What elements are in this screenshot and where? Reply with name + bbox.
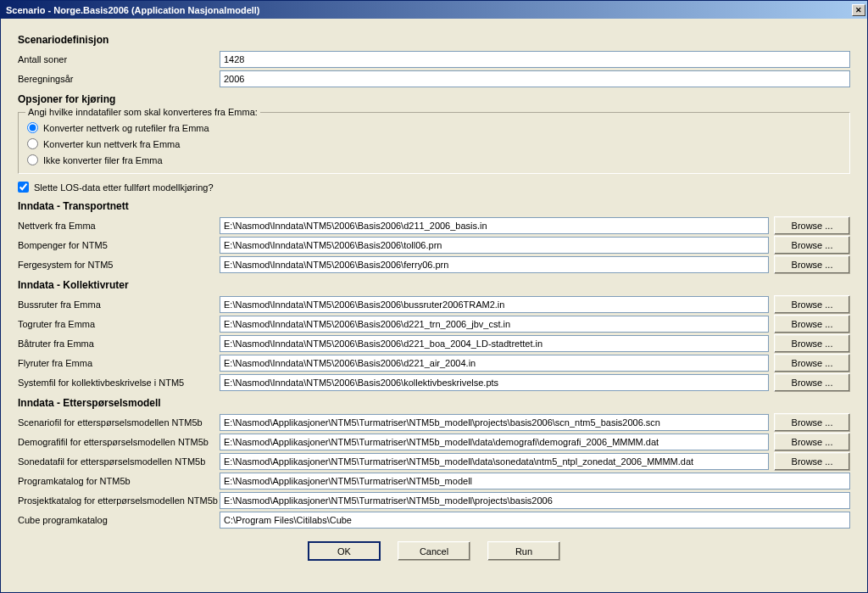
browse-demografifil[interactable]: Browse ... (774, 433, 850, 451)
group-legend: Angi hvilke inndatafiler som skal konver… (25, 107, 260, 117)
heading-scenariodefinisjon: Scenariodefinisjon (18, 34, 850, 46)
check-slette-los-input[interactable] (18, 182, 29, 193)
browse-flyruter[interactable]: Browse ... (774, 354, 850, 372)
input-systemfil[interactable] (220, 374, 769, 391)
browse-fergesystem[interactable]: Browse ... (774, 255, 850, 274)
input-prosjektkatalog[interactable] (220, 492, 850, 509)
label-programkatalog: Programkatalog for NTM5b (18, 476, 220, 486)
input-beregningsaar[interactable] (220, 70, 850, 87)
label-fergesystem: Fergesystem for NTM5 (18, 260, 220, 270)
input-flyruter[interactable] (220, 355, 769, 372)
browse-scenariofil[interactable]: Browse ... (774, 413, 850, 432)
titlebar: Scenario - Norge.Basis2006 (Application … (1, 1, 867, 19)
dialog-body: Scenariodefinisjon Antall soner Beregnin… (1, 19, 867, 592)
browse-sonedatafil[interactable]: Browse ... (774, 452, 850, 471)
label-scenariofil: Scenariofil for etterspørselsmodellen NT… (18, 417, 220, 428)
label-antall-soner: Antall soner (18, 54, 220, 64)
label-bompenger: Bompenger for NTM5 (18, 240, 220, 250)
browse-bompenger[interactable]: Browse ... (774, 236, 850, 255)
radio-konverter-alt[interactable]: Konverter nettverk og rutefiler fra Emma (27, 120, 841, 136)
radio-konverter-nettverk[interactable]: Konverter kun nettverk fra Emma (27, 136, 841, 152)
heading-ettersporselsmodell: Inndata - Etterspørselsmodell (18, 397, 850, 409)
heading-kollektivruter: Inndata - Kollektivruter (18, 279, 850, 291)
radio-konverter-alt-label: Konverter nettverk og rutefiler fra Emma (43, 123, 209, 133)
radio-konverter-nettverk-input[interactable] (27, 138, 38, 149)
check-slette-los-label: Slette LOS-data etter fullført modellkjø… (34, 182, 214, 193)
label-bussruter: Bussruter fra Emma (18, 299, 220, 310)
input-scenariofil[interactable] (220, 414, 769, 431)
radio-ikke-konverter-input[interactable] (27, 154, 38, 165)
label-togruter: Togruter fra Emma (18, 319, 220, 329)
heading-opsjoner: Opsjoner for kjøring (18, 93, 850, 105)
button-bar: OK Cancel Run (18, 529, 850, 561)
browse-systemfil[interactable]: Browse ... (774, 373, 850, 392)
label-cube-katalog: Cube programkatalog (18, 515, 220, 525)
label-sonedatafil: Sonedatafil for etterspørselsmodellen NT… (18, 456, 220, 467)
window-title: Scenario - Norge.Basis2006 (Application … (3, 5, 852, 15)
input-sonedatafil[interactable] (220, 453, 769, 470)
browse-nettverk-emma[interactable]: Browse ... (774, 216, 850, 235)
label-systemfil: Systemfil for kollektivbeskrivelse i NTM… (18, 378, 220, 388)
radio-ikke-konverter-label: Ikke konverter filer fra Emma (43, 155, 163, 165)
radio-konverter-nettverk-label: Konverter kun nettverk fra Emma (43, 139, 180, 149)
label-demografifil: Demografifil for etterspørselsmodellen N… (18, 437, 220, 447)
label-prosjektkatalog: Prosjektkatalog for etterpørselsmodellen… (18, 495, 220, 506)
browse-bussruter[interactable]: Browse ... (774, 295, 850, 314)
label-beregningsaar: Beregningsår (18, 74, 220, 84)
browse-togruter[interactable]: Browse ... (774, 315, 850, 333)
cancel-button[interactable]: Cancel (398, 541, 470, 561)
run-button[interactable]: Run (487, 541, 560, 561)
scenario-window: Scenario - Norge.Basis2006 (Application … (0, 0, 868, 593)
input-bussruter[interactable] (220, 296, 769, 313)
input-togruter[interactable] (220, 316, 769, 333)
heading-transportnett: Inndata - Transportnett (18, 200, 850, 212)
input-demografifil[interactable] (220, 434, 769, 450)
browse-baatruter[interactable]: Browse ... (774, 334, 850, 353)
label-baatruter: Båtruter fra Emma (18, 338, 220, 349)
radio-ikke-konverter[interactable]: Ikke konverter filer fra Emma (27, 152, 841, 168)
input-baatruter[interactable] (220, 335, 769, 352)
check-slette-los[interactable]: Slette LOS-data etter fullført modellkjø… (18, 179, 850, 195)
input-cube-katalog[interactable] (220, 512, 850, 529)
group-emma-options: Angi hvilke inndatafiler som skal konver… (18, 112, 850, 174)
input-programkatalog[interactable] (220, 473, 850, 490)
label-flyruter: Flyruter fra Emma (18, 358, 220, 368)
label-nettverk-emma: Nettverk fra Emma (18, 221, 220, 231)
close-button[interactable]: ✕ (852, 4, 865, 16)
input-antall-soner[interactable] (220, 51, 850, 68)
ok-button[interactable]: OK (308, 541, 381, 561)
radio-konverter-alt-input[interactable] (27, 122, 38, 133)
input-fergesystem[interactable] (220, 256, 769, 273)
input-nettverk-emma[interactable] (220, 217, 769, 234)
input-bompenger[interactable] (220, 237, 769, 254)
